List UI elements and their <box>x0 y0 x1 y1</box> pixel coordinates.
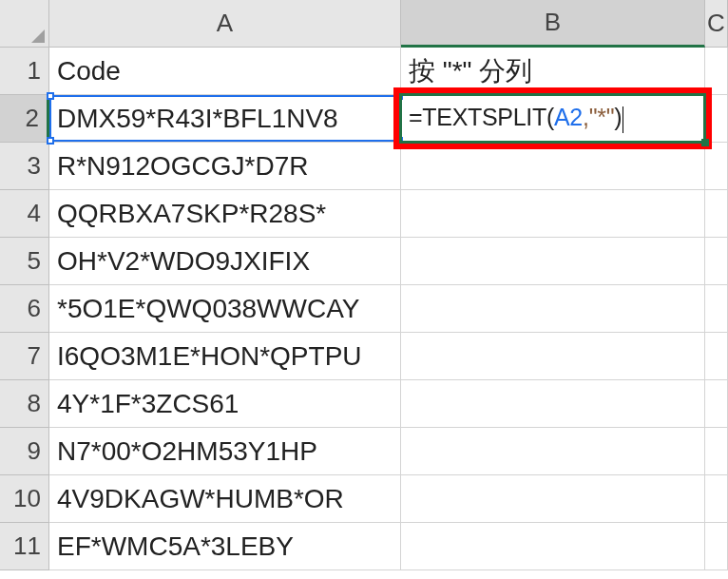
cell-c5[interactable] <box>705 238 728 285</box>
cell-b6[interactable] <box>401 285 705 333</box>
spreadsheet-grid[interactable]: A B C 1 Code 按 "*" 分列 2 DMX59*R43I*BFL1N… <box>0 0 728 570</box>
cell-c7[interactable] <box>705 333 728 380</box>
row-header-10[interactable]: 10 <box>0 475 49 523</box>
col-header-b[interactable]: B <box>401 0 705 48</box>
text-cursor <box>623 106 623 133</box>
formula-text: =TEXTSPLIT(A2,"*") <box>409 104 623 132</box>
cell-c6[interactable] <box>705 285 728 333</box>
cell-a8[interactable]: 4Y*1F*3ZCS61 <box>49 380 401 428</box>
row-header-2[interactable]: 2 <box>0 95 49 143</box>
cell-b1[interactable]: 按 "*" 分列 <box>401 48 705 95</box>
ref-handle-tl[interactable] <box>47 92 54 100</box>
cell-a5[interactable]: OH*V2*WDO9JXIFIX <box>49 238 401 285</box>
row-header-1[interactable]: 1 <box>0 48 49 95</box>
cell-a3[interactable]: R*N912OGCGJ*D7R <box>49 143 401 190</box>
row-header-5[interactable]: 5 <box>0 238 49 285</box>
cell-c1[interactable] <box>705 48 728 95</box>
cell-b3[interactable] <box>401 143 705 190</box>
cell-b4[interactable] <box>401 190 705 238</box>
col-header-a[interactable]: A <box>49 0 401 48</box>
cell-c2[interactable] <box>705 95 728 143</box>
cell-c11[interactable] <box>705 523 728 570</box>
cell-c4[interactable] <box>705 190 728 238</box>
cell-a7[interactable]: I6QO3M1E*HON*QPTPU <box>49 333 401 380</box>
cell-a9[interactable]: N7*00*O2HM53Y1HP <box>49 428 401 475</box>
cell-a11[interactable]: EF*WMC5A*3LEBY <box>49 523 401 570</box>
select-all-corner[interactable] <box>0 0 49 48</box>
cell-b2[interactable]: =TEXTSPLIT(A2,"*") <box>401 95 705 143</box>
cell-c10[interactable] <box>705 475 728 523</box>
cell-c9[interactable] <box>705 428 728 475</box>
fill-handle[interactable] <box>701 139 709 146</box>
row-header-4[interactable]: 4 <box>0 190 49 238</box>
cell-b8[interactable] <box>401 380 705 428</box>
cell-a6[interactable]: *5O1E*QWQ038WWCAY <box>49 285 401 333</box>
cell-b7[interactable] <box>401 333 705 380</box>
row-header-3[interactable]: 3 <box>0 143 49 190</box>
row-header-6[interactable]: 6 <box>0 285 49 333</box>
cell-a1[interactable]: Code <box>49 48 401 95</box>
row-header-8[interactable]: 8 <box>0 380 49 428</box>
cell-c8[interactable] <box>705 380 728 428</box>
cell-c3[interactable] <box>705 143 728 190</box>
cell-a10[interactable]: 4V9DKAGW*HUMB*OR <box>49 475 401 523</box>
cell-b5[interactable] <box>401 238 705 285</box>
col-header-c[interactable]: C <box>705 0 728 48</box>
cell-a4[interactable]: QQRBXA7SKP*R28S* <box>49 190 401 238</box>
row-header-9[interactable]: 9 <box>0 428 49 475</box>
row-header-7[interactable]: 7 <box>0 333 49 380</box>
cell-b11[interactable] <box>401 523 705 570</box>
cell-a2[interactable]: DMX59*R43I*BFL1NV8 <box>49 95 401 143</box>
cell-a2-value: DMX59*R43I*BFL1NV8 <box>57 104 338 134</box>
cell-b10[interactable] <box>401 475 705 523</box>
cell-b9[interactable] <box>401 428 705 475</box>
row-header-11[interactable]: 11 <box>0 523 49 570</box>
